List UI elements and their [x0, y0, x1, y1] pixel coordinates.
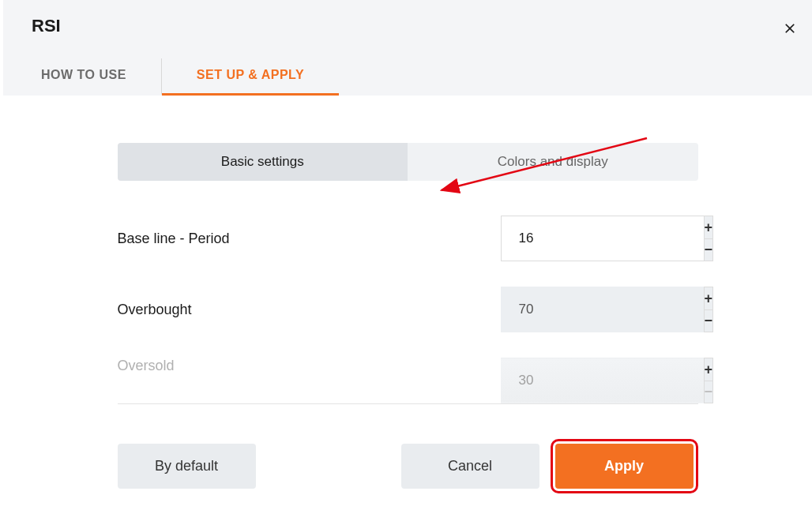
- row-oversold: Oversold + −: [118, 358, 698, 404]
- oversold-decrement[interactable]: −: [704, 381, 714, 404]
- overbought-decrement[interactable]: −: [704, 310, 714, 333]
- row-overbought: Overbought + −: [118, 287, 698, 332]
- plus-icon: +: [705, 362, 713, 377]
- plus-icon: +: [705, 220, 713, 234]
- overbought-stepper: + −: [501, 287, 698, 332]
- baseline-label: Base line - Period: [118, 231, 230, 247]
- overbought-increment[interactable]: +: [704, 287, 714, 310]
- minus-icon: −: [705, 384, 713, 399]
- by-default-button[interactable]: By default: [118, 444, 256, 489]
- tab-how-to-use[interactable]: HOW TO USE: [27, 58, 162, 96]
- dialog-header: RSI HOW TO USE SET UP & APPLY: [3, 0, 812, 96]
- row-baseline: Base line - Period + −: [118, 216, 698, 261]
- close-icon: [782, 21, 798, 36]
- apply-button[interactable]: Apply: [555, 444, 694, 489]
- subtab-colors-display[interactable]: Colors and display: [408, 143, 698, 181]
- minus-icon: −: [705, 313, 713, 328]
- subtab-basic-settings[interactable]: Basic settings: [118, 143, 408, 181]
- content-area: Basic settings Colors and display Base l…: [3, 96, 812, 493]
- oversold-increment[interactable]: +: [704, 358, 714, 381]
- baseline-stepper: + −: [501, 216, 698, 261]
- dialog-title: RSI: [27, 16, 788, 36]
- baseline-increment[interactable]: +: [704, 216, 714, 239]
- apply-highlight: Apply: [551, 439, 698, 493]
- minus-icon: −: [705, 242, 713, 257]
- oversold-label: Oversold: [118, 358, 175, 374]
- overbought-input[interactable]: [501, 287, 704, 332]
- close-button[interactable]: [779, 17, 801, 43]
- main-tabs: HOW TO USE SET UP & APPLY: [27, 58, 788, 96]
- tab-setup-apply[interactable]: SET UP & APPLY: [162, 58, 339, 96]
- plus-icon: +: [705, 291, 713, 306]
- sub-tabs: Basic settings Colors and display: [118, 143, 698, 181]
- oversold-input[interactable]: [501, 358, 704, 403]
- dialog-footer: By default Cancel Apply: [118, 439, 698, 493]
- cancel-button[interactable]: Cancel: [401, 444, 539, 489]
- baseline-decrement[interactable]: −: [704, 239, 714, 262]
- baseline-input[interactable]: [501, 216, 704, 261]
- overbought-label: Overbought: [118, 302, 192, 318]
- oversold-stepper: + −: [501, 358, 698, 403]
